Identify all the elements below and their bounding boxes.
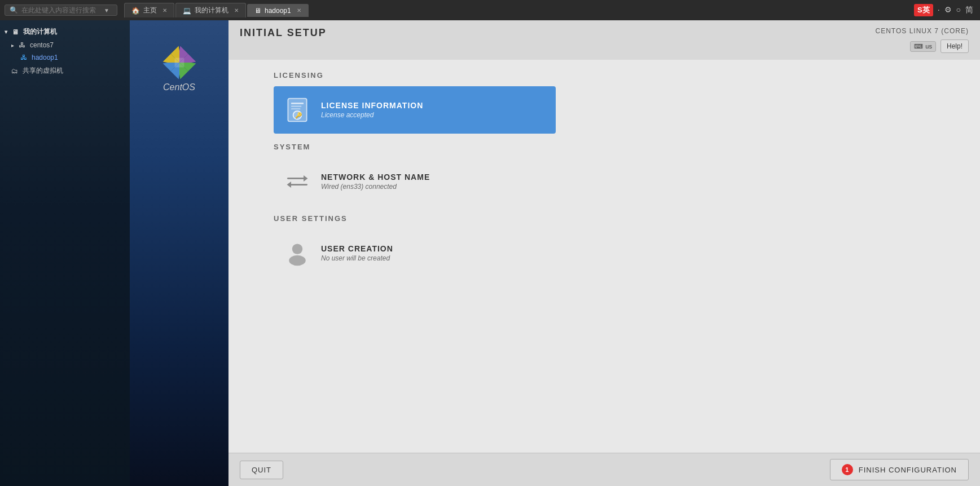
license-title: LICENSE INFORMATION: [321, 101, 423, 110]
centos-header-bar: INITIAL SETUP CENTOS LINUX 7 (CORE) ⌨ us…: [228, 20, 980, 60]
svg-rect-11: [291, 106, 301, 107]
main-layout: ▾ 🖥 我的计算机 ▸ 🖧 centos7 🖧 hadoop1 🗂 共享的虚拟机: [0, 20, 980, 486]
license-card-text: LICENSE INFORMATION License accepted: [321, 101, 423, 119]
help-keyboard-row: ⌨ us Help!: [910, 39, 969, 53]
centos-brand-name: CentOS: [163, 82, 195, 92]
license-subtitle: License accepted: [321, 111, 423, 119]
vm-icon-hadoop1: 🖧: [20, 54, 27, 61]
hadoop1-tab-icon: 🖥: [254, 7, 261, 15]
svg-rect-8: [174, 58, 184, 68]
mypc-icon: 💻: [183, 7, 191, 15]
help-button[interactable]: Help!: [941, 39, 969, 53]
license-icon: 🔑: [283, 95, 312, 125]
tab-home-close[interactable]: ✕: [162, 7, 167, 14]
network-title: NETWORK & HOST NAME: [321, 173, 430, 182]
keyboard-icon: ⌨: [914, 43, 923, 50]
keyboard-lang[interactable]: ⌨ us: [910, 41, 936, 52]
svg-point-20: [289, 255, 306, 266]
top-bar: 🔍 ▼ 🏠 主页 ✕ 💻 我的计算机 ✕ 🖥 hadoop1 ✕ S英 · ⚙ …: [0, 0, 980, 20]
dropdown-icon[interactable]: ▼: [104, 7, 109, 14]
search-input[interactable]: [21, 6, 100, 14]
svg-rect-12: [291, 108, 301, 109]
computer-icon: 🖥: [12, 28, 19, 36]
finish-configuration-button[interactable]: 1 FINISH CONFIGURATION: [830, 459, 969, 480]
network-card[interactable]: NETWORK & HOST NAME Wired (ens33) connec…: [274, 158, 556, 205]
centos-left-panel: CentOS: [130, 20, 228, 486]
sidebar-item-shared-vms[interactable]: 🗂 共享的虚拟机: [0, 64, 130, 78]
tab-mypc-close[interactable]: ✕: [234, 7, 239, 14]
expand-icon: ▾: [5, 29, 7, 35]
sidebar: ▾ 🖥 我的计算机 ▸ 🖧 centos7 🖧 hadoop1 🗂 共享的虚拟机: [0, 20, 130, 486]
finish-label: FINISH CONFIGURATION: [859, 466, 957, 474]
tab-mypc[interactable]: 💻 我的计算机 ✕: [175, 3, 246, 17]
sidebar-item-centos7[interactable]: ▸ 🖧 centos7: [0, 39, 130, 51]
initial-setup-title: INITIAL SETUP: [240, 27, 327, 39]
centos-panel: CentOS INITIAL SETUP CENTOS LINUX 7 (COR…: [130, 20, 980, 486]
sidebar-my-computer[interactable]: ▾ 🖥 我的计算机: [0, 25, 130, 39]
finish-badge: 1: [842, 464, 853, 475]
network-subtitle: Wired (ens33) connected: [321, 183, 430, 191]
top-right-bar: S英 · ⚙ ○ 简: [907, 0, 980, 20]
user-settings-section: USER SETTINGS USER CREATION: [274, 214, 935, 277]
svg-marker-18: [287, 182, 291, 188]
network-card-text: NETWORK & HOST NAME Wired (ens33) connec…: [321, 173, 430, 191]
tab-hadoop1[interactable]: 🖥 hadoop1 ✕: [247, 4, 309, 17]
top-right-icons: · ⚙ ○ 简: [938, 5, 973, 15]
svg-rect-10: [291, 103, 304, 104]
centos-right-panel: INITIAL SETUP CENTOS LINUX 7 (CORE) ⌨ us…: [228, 20, 980, 486]
quit-button[interactable]: QUIT: [240, 461, 283, 479]
license-info-card[interactable]: 🔑 LICENSE INFORMATION License accepted: [274, 86, 556, 134]
system-section: SYSTEM: [274, 143, 935, 205]
vm-icon-centos7: 🖧: [19, 41, 25, 49]
centos-content: LICENSING 🔑: [228, 60, 980, 453]
user-creation-title: USER CREATION: [321, 244, 393, 253]
centos-bottom-bar: QUIT 1 FINISH CONFIGURATION: [228, 453, 980, 486]
search-box[interactable]: 🔍 ▼: [5, 5, 117, 16]
centos-logo-icon: [160, 43, 199, 82]
user-creation-subtitle: No user will be created: [321, 254, 393, 262]
shared-vm-icon: 🗂: [11, 67, 18, 75]
user-settings-label: USER SETTINGS: [274, 214, 935, 223]
vm-area: CentOS INITIAL SETUP CENTOS LINUX 7 (COR…: [130, 20, 980, 486]
user-creation-card[interactable]: USER CREATION No user will be created: [274, 229, 556, 277]
svg-point-19: [292, 244, 302, 254]
settings-icon[interactable]: ⚙: [944, 5, 952, 15]
search-icon: 🔍: [10, 6, 18, 14]
expand-centos7-icon: ▸: [11, 42, 14, 48]
tab-home[interactable]: 🏠 主页 ✕: [124, 3, 174, 17]
sidebar-item-hadoop1[interactable]: 🖧 hadoop1: [0, 51, 130, 64]
svg-marker-16: [304, 175, 307, 182]
user-creation-card-text: USER CREATION No user will be created: [321, 244, 393, 262]
home-icon: 🏠: [131, 7, 140, 15]
licensing-section: LICENSING 🔑: [274, 71, 935, 134]
network-icon: [283, 167, 312, 196]
licensing-label: LICENSING: [274, 71, 935, 79]
input-icon: ·: [938, 5, 940, 15]
account-icon[interactable]: ○: [956, 5, 961, 15]
system-label: SYSTEM: [274, 143, 935, 151]
minimize-icon[interactable]: 简: [965, 5, 973, 15]
tab-bar: 🏠 主页 ✕ 💻 我的计算机 ✕ 🖥 hadoop1 ✕: [124, 3, 309, 17]
user-icon: [283, 238, 312, 268]
centos-version: CENTOS LINUX 7 (CORE): [876, 27, 969, 35]
svg-text:🔑: 🔑: [295, 112, 302, 119]
tab-hadoop1-close[interactable]: ✕: [297, 7, 301, 14]
sogou-icon: S英: [914, 4, 933, 16]
